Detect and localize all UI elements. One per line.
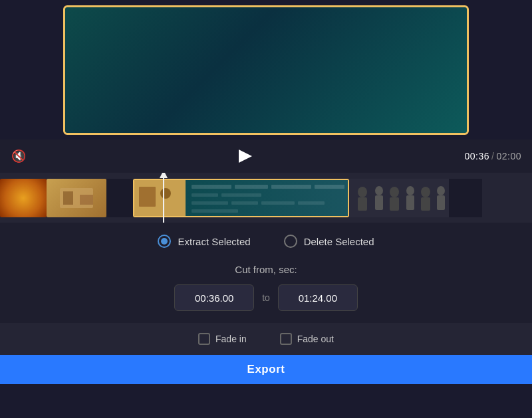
svg-rect-6: [192, 185, 231, 189]
svg-point-5: [160, 188, 171, 199]
svg-rect-14: [261, 201, 295, 205]
svg-rect-7: [235, 185, 268, 189]
time-display: 00:36/02:00: [465, 151, 521, 161]
cut-to-separator: to: [262, 292, 270, 303]
svg-rect-13: [231, 201, 258, 205]
svg-point-22: [390, 187, 399, 197]
extract-radio-inner: [161, 238, 168, 245]
thumbnail-classroom: [47, 179, 106, 217]
selected-segment-preview: [133, 180, 186, 216]
extract-radio-button[interactable]: [158, 235, 171, 248]
export-button[interactable]: Export: [0, 355, 532, 384]
video-preview: [0, 0, 532, 140]
fade-in-checkbox[interactable]: [198, 333, 210, 345]
svg-point-18: [358, 187, 367, 197]
play-button[interactable]: [233, 144, 257, 168]
timeline-strip: [0, 178, 532, 218]
svg-rect-27: [421, 197, 430, 211]
thumbnail-dark-right: [449, 179, 482, 217]
fade-out-option[interactable]: Fade out: [280, 333, 334, 345]
delete-radio-button[interactable]: [284, 235, 297, 248]
svg-rect-29: [437, 195, 445, 210]
svg-rect-23: [390, 197, 399, 211]
svg-rect-9: [315, 185, 344, 189]
fade-in-option[interactable]: Fade in: [198, 333, 247, 345]
svg-rect-12: [192, 201, 228, 205]
playhead[interactable]: [163, 173, 164, 223]
svg-rect-16: [192, 209, 238, 213]
svg-rect-4: [139, 187, 156, 207]
svg-rect-11: [221, 193, 261, 197]
time-separator: /: [491, 151, 494, 161]
delete-selected-label: Delete Selected: [304, 236, 374, 247]
fade-out-checkbox[interactable]: [280, 333, 292, 345]
extract-selected-option[interactable]: Extract Selected: [158, 235, 250, 248]
svg-point-28: [437, 186, 445, 195]
extract-selected-label: Extract Selected: [178, 236, 250, 247]
play-icon: [239, 150, 252, 163]
svg-point-20: [375, 186, 383, 195]
delete-selected-option[interactable]: Delete Selected: [284, 235, 374, 248]
svg-rect-19: [358, 197, 367, 211]
time-total: 02:00: [496, 151, 521, 161]
thumbnail-gap: [106, 179, 133, 217]
time-current: 00:36: [465, 151, 490, 161]
fade-in-label: Fade in: [215, 334, 247, 344]
cut-section: Cut from, sec: to: [0, 256, 532, 323]
timeline-area[interactable]: [0, 173, 532, 223]
thumbnail-orange: [0, 179, 47, 217]
svg-rect-8: [271, 185, 311, 189]
fade-out-label: Fade out: [297, 334, 334, 344]
selected-segment-content: [186, 180, 350, 216]
options-section: Extract Selected Delete Selected: [0, 223, 532, 256]
svg-point-24: [406, 186, 414, 195]
svg-rect-10: [192, 193, 218, 197]
svg-rect-1: [63, 191, 73, 205]
svg-rect-25: [406, 195, 414, 210]
mute-icon[interactable]: 🔇: [11, 148, 27, 164]
selected-segment-container: [133, 176, 349, 219]
controls-bar: 🔇 00:36/02:00: [0, 140, 532, 173]
fade-section: Fade in Fade out: [0, 323, 532, 355]
selected-segment[interactable]: [133, 179, 349, 217]
cut-to-input[interactable]: [278, 284, 358, 311]
thumbnail-silhouettes: [349, 179, 449, 217]
svg-point-26: [421, 187, 430, 197]
cut-from-input[interactable]: [174, 284, 254, 311]
svg-rect-21: [375, 195, 383, 210]
cut-from-label: Cut from, sec:: [235, 264, 297, 275]
video-frame: [63, 5, 469, 135]
cut-inputs: to: [174, 284, 358, 311]
svg-rect-2: [80, 195, 93, 205]
svg-rect-15: [298, 201, 325, 205]
